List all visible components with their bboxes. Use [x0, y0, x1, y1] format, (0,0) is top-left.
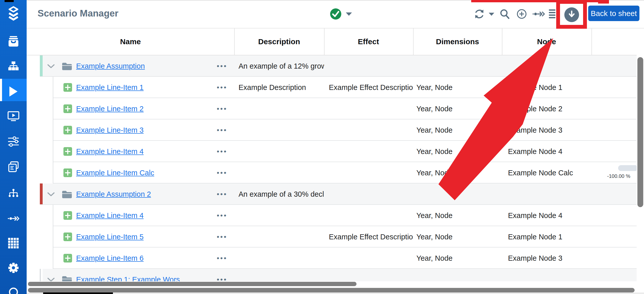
chevron-down-icon: [346, 12, 352, 17]
sidebar-item-presentation[interactable]: [0, 104, 27, 129]
pages-icon: [8, 161, 19, 173]
vertical-scrollbar-thumb[interactable]: [637, 57, 643, 207]
column-divider: [413, 28, 414, 55]
jump-to-button[interactable]: [532, 1, 545, 28]
line-item-icon: [63, 233, 72, 241]
add-button[interactable]: [516, 1, 527, 28]
sidebar-item-model-tree[interactable]: [0, 181, 27, 206]
row-menu-button[interactable]: •••: [211, 162, 233, 183]
table-header: Name Description Effect Dimensions Node: [27, 28, 644, 55]
row-node: Example Node 2: [508, 98, 615, 119]
row-effect: Example Effect Description: [329, 226, 413, 247]
row-description: Example Description: [239, 77, 324, 98]
window-horizontal-scrollbar-thumb[interactable]: [28, 288, 635, 292]
sidebar-item-reports[interactable]: [0, 155, 27, 179]
annotation-highlight-box: [556, 0, 587, 29]
line-item-icon: [63, 168, 72, 177]
sidebar-item-settings[interactable]: [0, 256, 27, 280]
line-item-row: Example Line-Item 4•••Year, NodeExample …: [27, 205, 644, 226]
column-divider: [502, 28, 502, 55]
play-icon: [9, 86, 18, 97]
row-name-link[interactable]: Example Line-Item 3: [76, 119, 144, 141]
row-node: Example Node 4: [508, 141, 615, 162]
row-name-link[interactable]: Example Line-Item 5: [76, 226, 144, 247]
group-color-bar: [40, 183, 43, 205]
row-description: An example of a 30% decl: [239, 183, 324, 205]
value-slider[interactable]: [618, 165, 638, 171]
column-header-description[interactable]: Description: [228, 28, 330, 55]
row-name-link[interactable]: Example Line-Item 4: [76, 141, 144, 162]
row-name-link[interactable]: Example Line-Item 1: [76, 77, 144, 98]
line-item-row: Example Line-Item 5•••Example Effect Des…: [27, 226, 644, 247]
sidebar-item-archive[interactable]: [0, 29, 27, 54]
row-effect: Example Effect Description: [329, 77, 413, 98]
row-menu-button[interactable]: •••: [211, 55, 233, 77]
chevron-down-icon: [488, 12, 495, 17]
row-name-link[interactable]: Example Line-Item Calc: [76, 162, 154, 183]
row-name-link[interactable]: Example Line-Item 2: [76, 98, 144, 119]
network-nodes-icon: [8, 189, 19, 198]
back-to-sheet-button[interactable]: Back to sheet: [588, 6, 639, 21]
line-item-row: Example Line-Item Calc•••Year, NodeExamp…: [27, 162, 644, 183]
line-item-row: Example Line-Item 1•••Example Descriptio…: [27, 77, 644, 98]
annotation-red-strip: [598, 0, 609, 4]
column-divider: [591, 28, 592, 55]
line-item-icon: [63, 254, 72, 262]
column-divider: [234, 28, 235, 55]
sidebar-item-hierarchy[interactable]: [0, 54, 27, 79]
column-header-effect[interactable]: Effect: [318, 28, 419, 55]
sidebar-item-help[interactable]: [0, 284, 27, 294]
row-name-link[interactable]: Example Line-Item 6: [76, 247, 144, 269]
row-menu-button[interactable]: •••: [211, 183, 233, 205]
row-name-link[interactable]: Example Assumption 2: [76, 183, 151, 205]
row-menu-button[interactable]: •••: [211, 226, 233, 247]
chevron-down-icon[interactable]: [47, 192, 55, 197]
row-node: Example Node 3: [508, 247, 615, 269]
circle-partial-icon: [8, 284, 19, 294]
archive-icon: [8, 36, 19, 47]
sidebar-item-sheets[interactable]: [0, 231, 27, 255]
sidebar-item-scenarios-active[interactable]: [0, 79, 27, 104]
chevron-down-icon[interactable]: [47, 64, 55, 69]
row-node: Example Node Calc: [508, 162, 615, 183]
row-menu-button[interactable]: •••: [211, 119, 233, 141]
column-header-node[interactable]: Node: [496, 28, 597, 55]
app-header: Scenario Manager: [27, 1, 644, 28]
status-dropdown[interactable]: [330, 1, 352, 28]
row-node: Example Node 1: [508, 77, 615, 98]
row-dimensions: Year, Node: [416, 205, 500, 226]
column-header-dimensions[interactable]: Dimensions: [407, 28, 508, 55]
layers-logo-icon: [8, 6, 19, 21]
screen-edge-artifact: [5, 0, 14, 2]
flow-arrow-icon: [532, 10, 545, 19]
status-ok-icon: [330, 8, 342, 21]
row-dimensions: Year, Node: [416, 226, 500, 247]
refresh-button[interactable]: [474, 1, 485, 28]
row-name-link[interactable]: Example Assumption: [76, 55, 145, 77]
horizontal-scrollbar-thumb[interactable]: [28, 282, 357, 286]
row-dimensions: Year, Node: [416, 247, 500, 269]
column-header-name[interactable]: Name: [80, 28, 181, 55]
row-menu-button[interactable]: •••: [211, 141, 233, 162]
page-title: Scenario Manager: [38, 8, 118, 19]
screen-play-icon: [8, 111, 19, 122]
sidebar-item-adjustments[interactable]: [0, 129, 27, 154]
row-menu-button[interactable]: •••: [211, 205, 233, 226]
sliders-icon: [8, 136, 19, 147]
row-dimensions: Year, Node: [416, 141, 500, 162]
group-row: Example Assumption•••An example of a 12%…: [27, 55, 644, 77]
row-dimensions: Year, Node: [416, 77, 500, 98]
sidebar-item-dataflow[interactable]: [0, 206, 27, 231]
row-menu-button[interactable]: •••: [211, 77, 233, 98]
row-menu-button[interactable]: •••: [211, 98, 233, 119]
search-button[interactable]: [499, 1, 510, 28]
row-name-link[interactable]: Example Line-Item 4: [76, 205, 144, 226]
line-item-row: Example Line-Item 6•••Year, NodeExample …: [27, 247, 644, 269]
line-item-row: Example Line-Item 2•••Year, NodeExample …: [27, 98, 644, 119]
refresh-dropdown-caret[interactable]: [488, 1, 495, 28]
row-menu-button[interactable]: •••: [211, 247, 233, 269]
row-node: Example Node 3: [508, 119, 615, 141]
line-item-icon: [63, 147, 72, 156]
folder-icon: [62, 62, 72, 70]
sidebar-logo[interactable]: [0, 1, 27, 26]
